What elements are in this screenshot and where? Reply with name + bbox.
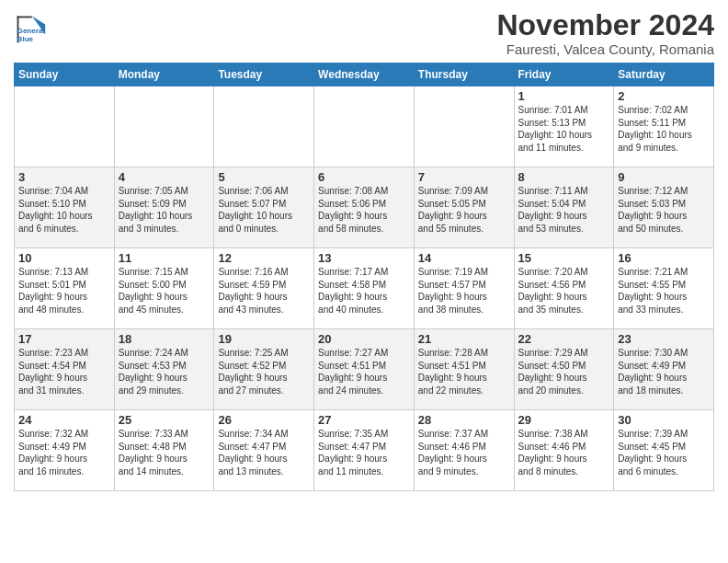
calendar-cell: 4Sunrise: 7:05 AM Sunset: 5:09 PM Daylig… [114,167,214,248]
day-info: Sunrise: 7:37 AM Sunset: 4:46 PM Dayligh… [418,428,510,477]
day-number: 6 [318,170,410,184]
calendar-cell: 7Sunrise: 7:09 AM Sunset: 5:05 PM Daylig… [414,167,514,248]
calendar-subtitle: Fauresti, Valcea County, Romania [496,41,714,57]
calendar-cell: 18Sunrise: 7:24 AM Sunset: 4:53 PM Dayli… [114,329,214,410]
day-number: 24 [18,413,110,427]
day-info: Sunrise: 7:25 AM Sunset: 4:52 PM Dayligh… [218,347,310,396]
day-info: Sunrise: 7:32 AM Sunset: 4:49 PM Dayligh… [18,428,110,477]
day-number: 13 [318,251,410,265]
day-info: Sunrise: 7:27 AM Sunset: 4:51 PM Dayligh… [318,347,410,396]
week-row-3: 10Sunrise: 7:13 AM Sunset: 5:01 PM Dayli… [15,248,714,329]
day-number: 5 [218,170,310,184]
calendar-cell: 19Sunrise: 7:25 AM Sunset: 4:52 PM Dayli… [214,329,314,410]
calendar-cell [15,86,115,167]
day-number: 27 [318,413,410,427]
day-number: 15 [518,251,610,265]
day-number: 19 [218,332,310,346]
title-block: November 2024 Fauresti, Valcea County, R… [496,9,714,57]
day-number: 21 [418,332,510,346]
week-row-5: 24Sunrise: 7:32 AM Sunset: 4:49 PM Dayli… [15,410,714,491]
day-number: 29 [518,413,610,427]
calendar-cell: 21Sunrise: 7:28 AM Sunset: 4:51 PM Dayli… [414,329,514,410]
calendar-cell: 6Sunrise: 7:08 AM Sunset: 5:06 PM Daylig… [314,167,415,248]
weekday-header-friday: Friday [514,63,614,86]
day-info: Sunrise: 7:04 AM Sunset: 5:10 PM Dayligh… [18,185,110,235]
calendar-cell [114,86,214,167]
week-row-2: 3Sunrise: 7:04 AM Sunset: 5:10 PM Daylig… [15,167,714,248]
page: General Blue November 2024 Fauresti, Val… [0,0,728,505]
day-number: 30 [618,413,710,427]
calendar-cell: 22Sunrise: 7:29 AM Sunset: 4:50 PM Dayli… [514,329,614,410]
weekday-header-tuesday: Tuesday [214,63,314,86]
day-info: Sunrise: 7:19 AM Sunset: 4:57 PM Dayligh… [418,266,510,316]
day-info: Sunrise: 7:33 AM Sunset: 4:48 PM Dayligh… [119,428,210,477]
calendar-cell: 20Sunrise: 7:27 AM Sunset: 4:51 PM Dayli… [314,329,415,410]
week-row-4: 17Sunrise: 7:23 AM Sunset: 4:54 PM Dayli… [15,329,714,410]
day-number: 18 [119,332,210,346]
day-number: 28 [418,413,510,427]
calendar-cell: 16Sunrise: 7:21 AM Sunset: 4:55 PM Dayli… [614,248,714,329]
calendar-cell: 11Sunrise: 7:15 AM Sunset: 5:00 PM Dayli… [114,248,214,329]
calendar-cell: 24Sunrise: 7:32 AM Sunset: 4:49 PM Dayli… [15,410,115,491]
calendar-cell: 3Sunrise: 7:04 AM Sunset: 5:10 PM Daylig… [15,167,115,248]
calendar-cell: 12Sunrise: 7:16 AM Sunset: 4:59 PM Dayli… [214,248,314,329]
day-info: Sunrise: 7:13 AM Sunset: 5:01 PM Dayligh… [18,266,110,316]
day-info: Sunrise: 7:02 AM Sunset: 5:11 PM Dayligh… [618,104,710,154]
calendar-cell: 1Sunrise: 7:01 AM Sunset: 5:13 PM Daylig… [514,86,614,167]
day-info: Sunrise: 7:09 AM Sunset: 5:05 PM Dayligh… [418,185,510,235]
day-info: Sunrise: 7:35 AM Sunset: 4:47 PM Dayligh… [318,428,410,477]
day-info: Sunrise: 7:15 AM Sunset: 5:00 PM Dayligh… [119,266,210,316]
calendar-cell: 2Sunrise: 7:02 AM Sunset: 5:11 PM Daylig… [614,86,714,167]
calendar-cell [214,86,314,167]
weekday-header-sunday: Sunday [15,63,115,86]
day-number: 16 [618,251,710,265]
weekday-header-saturday: Saturday [614,63,714,86]
logo-icon: General Blue [14,13,47,46]
day-number: 26 [218,413,310,427]
day-number: 14 [418,251,510,265]
weekday-header-wednesday: Wednesday [314,63,415,86]
day-info: Sunrise: 7:12 AM Sunset: 5:03 PM Dayligh… [618,185,710,235]
day-number: 11 [119,251,210,265]
calendar-table: SundayMondayTuesdayWednesdayThursdayFrid… [14,63,714,491]
header: General Blue November 2024 Fauresti, Val… [14,9,714,57]
calendar-cell: 13Sunrise: 7:17 AM Sunset: 4:58 PM Dayli… [314,248,415,329]
calendar-cell: 10Sunrise: 7:13 AM Sunset: 5:01 PM Dayli… [15,248,115,329]
day-number: 8 [518,170,610,184]
day-info: Sunrise: 7:39 AM Sunset: 4:45 PM Dayligh… [618,428,710,477]
day-info: Sunrise: 7:08 AM Sunset: 5:06 PM Dayligh… [318,185,410,235]
svg-text:Blue: Blue [17,35,34,43]
day-number: 2 [618,89,710,103]
day-info: Sunrise: 7:23 AM Sunset: 4:54 PM Dayligh… [18,347,110,396]
logo: General Blue [14,13,51,46]
calendar-cell: 29Sunrise: 7:38 AM Sunset: 4:46 PM Dayli… [514,410,614,491]
calendar-cell: 8Sunrise: 7:11 AM Sunset: 5:04 PM Daylig… [514,167,614,248]
calendar-cell: 30Sunrise: 7:39 AM Sunset: 4:45 PM Dayli… [614,410,714,491]
calendar-cell: 27Sunrise: 7:35 AM Sunset: 4:47 PM Dayli… [314,410,415,491]
calendar-cell: 9Sunrise: 7:12 AM Sunset: 5:03 PM Daylig… [614,167,714,248]
day-info: Sunrise: 7:29 AM Sunset: 4:50 PM Dayligh… [518,347,610,396]
day-info: Sunrise: 7:30 AM Sunset: 4:49 PM Dayligh… [618,347,710,396]
calendar-cell: 26Sunrise: 7:34 AM Sunset: 4:47 PM Dayli… [214,410,314,491]
calendar-cell [414,86,514,167]
day-number: 22 [518,332,610,346]
day-number: 10 [18,251,110,265]
day-info: Sunrise: 7:28 AM Sunset: 4:51 PM Dayligh… [418,347,510,396]
day-info: Sunrise: 7:11 AM Sunset: 5:04 PM Dayligh… [518,185,610,235]
day-info: Sunrise: 7:38 AM Sunset: 4:46 PM Dayligh… [518,428,610,477]
calendar-cell: 5Sunrise: 7:06 AM Sunset: 5:07 PM Daylig… [214,167,314,248]
day-info: Sunrise: 7:16 AM Sunset: 4:59 PM Dayligh… [218,266,310,316]
day-number: 4 [119,170,210,184]
day-number: 1 [518,89,610,103]
day-info: Sunrise: 7:21 AM Sunset: 4:55 PM Dayligh… [618,266,710,316]
day-info: Sunrise: 7:17 AM Sunset: 4:58 PM Dayligh… [318,266,410,316]
day-info: Sunrise: 7:20 AM Sunset: 4:56 PM Dayligh… [518,266,610,316]
svg-rect-2 [17,17,32,18]
day-info: Sunrise: 7:34 AM Sunset: 4:47 PM Dayligh… [218,428,310,477]
day-info: Sunrise: 7:01 AM Sunset: 5:13 PM Dayligh… [518,104,610,154]
calendar-cell: 23Sunrise: 7:30 AM Sunset: 4:49 PM Dayli… [614,329,714,410]
calendar-cell: 28Sunrise: 7:37 AM Sunset: 4:46 PM Dayli… [414,410,514,491]
calendar-cell: 15Sunrise: 7:20 AM Sunset: 4:56 PM Dayli… [514,248,614,329]
calendar-cell: 14Sunrise: 7:19 AM Sunset: 4:57 PM Dayli… [414,248,514,329]
day-number: 17 [18,332,110,346]
